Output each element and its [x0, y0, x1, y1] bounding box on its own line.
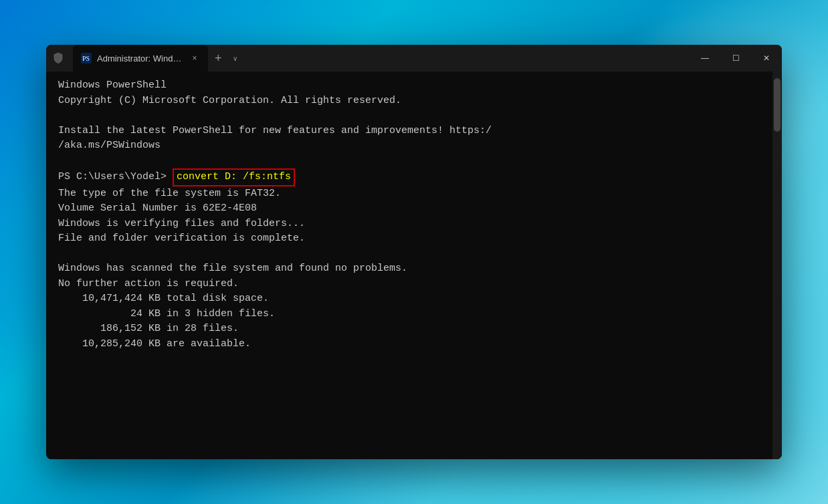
minimize-button[interactable]: — [690, 45, 720, 72]
terminal-line-empty [58, 108, 770, 124]
terminal-window: PS Administrator: Windows Pow × + ∨ — ☐ … [46, 45, 782, 459]
titlebar-left [46, 51, 73, 65]
terminal-line: File and folder verification is complete… [58, 231, 770, 247]
terminal-line: Copyright (C) Microsoft Corporation. All… [58, 94, 770, 109]
terminal-line-empty [58, 154, 770, 169]
terminal-line: Install the latest PowerShell for new fe… [58, 124, 770, 139]
tab-close-button[interactable]: × [189, 53, 200, 64]
terminal-line: 10,471,424 KB total disk space. [58, 291, 770, 307]
terminal-body[interactable]: Windows PowerShell Copyright (C) Microso… [46, 72, 782, 459]
window-controls: — ☐ ✕ [690, 45, 782, 72]
tab-dropdown-button[interactable]: ∨ [229, 45, 241, 72]
maximize-button[interactable]: ☐ [720, 45, 751, 72]
shield-icon [51, 51, 65, 65]
active-tab[interactable]: PS Administrator: Windows Pow × [73, 45, 208, 72]
command-line: PS C:\Users\Yodel> convert D: /fs:ntfs [58, 168, 770, 186]
terminal-line: /aka.ms/PSWindows [58, 138, 770, 154]
titlebar: PS Administrator: Windows Pow × + ∨ — ☐ … [46, 45, 782, 72]
terminal-line: Windows PowerShell [58, 78, 770, 94]
terminal-line: Windows is verifying files and folders..… [58, 217, 770, 232]
terminal-line: 10,285,240 KB are available. [58, 337, 770, 352]
terminal-line-empty [58, 247, 770, 262]
new-tab-button[interactable]: + [208, 45, 229, 72]
terminal-line: 186,152 KB in 28 files. [58, 322, 770, 337]
scrollbar[interactable] [772, 72, 782, 459]
scrollbar-thumb[interactable] [774, 78, 781, 132]
close-button[interactable]: ✕ [751, 45, 782, 72]
terminal-line: Volume Serial Number is 62E2-4E08 [58, 201, 770, 217]
svg-text:PS: PS [82, 55, 90, 62]
terminal-line: No further action is required. [58, 277, 770, 292]
terminal-line: Windows has scanned the file system and … [58, 261, 770, 277]
tab-title: Administrator: Windows Pow [97, 53, 184, 64]
terminal-prompt: PS C:\Users\Yodel> [58, 170, 173, 185]
powershell-icon: PS [81, 53, 92, 64]
terminal-line: The type of the file system is FAT32. [58, 186, 770, 202]
terminal-line: 24 KB in 3 hidden files. [58, 307, 770, 322]
terminal-command: convert D: /fs:ntfs [173, 168, 295, 186]
